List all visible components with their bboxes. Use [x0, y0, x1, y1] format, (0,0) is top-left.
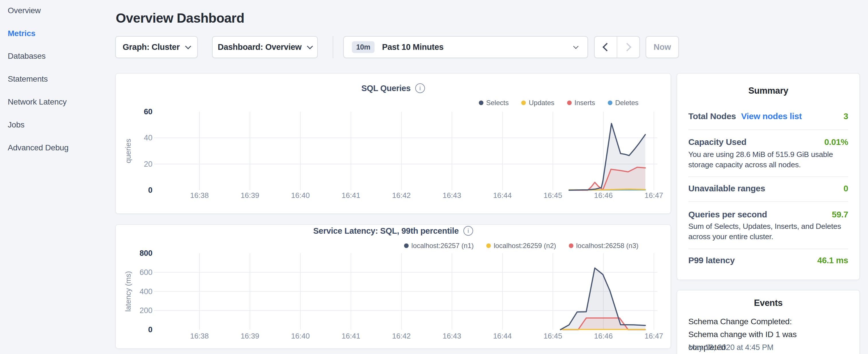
sidebar-item-advanced-debug[interactable]: Advanced Debug [8, 141, 68, 154]
svg-text:16:45: 16:45 [544, 332, 562, 340]
svg-text:40: 40 [144, 133, 152, 142]
sql-queries-panel: SQL Queries i SelectsUpdatesInsertsDelet… [115, 73, 671, 214]
events-title: Events [677, 298, 859, 308]
sidebar-item-network-latency[interactable]: Network Latency [8, 96, 67, 108]
svg-text:0: 0 [148, 186, 152, 194]
qps-value: 59.7 [832, 210, 848, 219]
chevron-down-icon [573, 43, 578, 49]
svg-text:16:38: 16:38 [190, 191, 209, 200]
time-range-dropdown[interactable]: 10m Past 10 Minutes [343, 36, 588, 58]
time-range-label: Past 10 Minutes [382, 42, 443, 52]
svg-text:16:47: 16:47 [645, 191, 663, 200]
svg-text:16:46: 16:46 [594, 332, 613, 340]
sidebar-item-overview[interactable]: Overview [8, 4, 41, 17]
capacity-used-value: 0.01% [824, 137, 848, 147]
graph-scope-dropdown[interactable]: Graph: Cluster [115, 36, 198, 58]
summary-row-unavailable-ranges: Unavailable ranges 0 [688, 184, 848, 193]
divider [688, 201, 848, 202]
svg-text:16:41: 16:41 [342, 332, 360, 340]
svg-text:latency (ms): latency (ms) [124, 271, 132, 312]
svg-text:queries: queries [124, 139, 132, 163]
summary-row-qps: Queries per second 59.7 [688, 210, 848, 219]
svg-text:400: 400 [140, 287, 152, 296]
chevron-down-icon [307, 43, 313, 49]
graph-scope-label: Graph: Cluster [123, 42, 180, 52]
divider [688, 129, 848, 130]
dashboard-dropdown[interactable]: Dashboard: Overview [212, 36, 318, 58]
p99-latency-value: 46.1 ms [817, 255, 848, 265]
divider [688, 249, 848, 249]
svg-text:16:43: 16:43 [442, 191, 461, 200]
svg-text:16:41: 16:41 [342, 191, 360, 200]
summary-panel: Summary Total Nodes View nodes list 3 Ca… [677, 73, 860, 280]
page-title: Overview Dashboard [116, 10, 244, 26]
summary-row-capacity: Capacity Used 0.01% [688, 137, 848, 147]
svg-text:16:40: 16:40 [291, 332, 310, 340]
time-step-buttons [594, 36, 640, 58]
divider [688, 176, 848, 177]
svg-text:16:44: 16:44 [493, 191, 512, 200]
unavailable-ranges-label: Unavailable ranges [688, 184, 765, 193]
capacity-used-desc: You are using 28.6 MiB of 515.9 GiB usab… [688, 149, 848, 170]
now-button[interactable]: Now [646, 36, 679, 58]
sidebar-item-statements[interactable]: Statements [8, 73, 48, 85]
sql-queries-chart[interactable]: 16:3816:3916:4016:4116:4216:4316:4416:45… [116, 74, 672, 215]
svg-text:16:43: 16:43 [442, 332, 461, 340]
view-nodes-list-link[interactable]: View nodes list [741, 111, 802, 121]
svg-text:0: 0 [148, 325, 152, 334]
time-step-forward-button[interactable] [617, 37, 639, 58]
dashboard-label: Dashboard: Overview [218, 42, 302, 52]
summary-title: Summary [677, 86, 859, 96]
sidebar-item-databases[interactable]: Databases [8, 50, 45, 62]
service-latency-panel: Service Latency: SQL, 99th percentile i … [115, 224, 671, 349]
events-panel: Events Schema Change Completed: Schema c… [677, 290, 860, 354]
sidebar-item-metrics[interactable]: Metrics [8, 27, 35, 40]
chevron-down-icon [185, 43, 191, 49]
service-latency-chart[interactable]: 16:3816:3916:4016:4116:4216:4316:4416:45… [116, 225, 672, 349]
now-button-label: Now [654, 42, 671, 52]
chevron-left-icon [602, 43, 611, 52]
p99-latency-label: P99 latency [688, 255, 735, 265]
svg-text:16:38: 16:38 [190, 332, 209, 340]
total-nodes-value: 3 [844, 111, 848, 121]
svg-text:16:46: 16:46 [594, 191, 613, 200]
svg-text:16:45: 16:45 [544, 191, 562, 200]
overview-dashboard-page: { "sidebar": { "items": [ {"label": "Ove… [0, 0, 868, 354]
qps-desc: Sum of Selects, Updates, Inserts, and De… [688, 221, 848, 242]
time-step-back-button[interactable] [595, 37, 617, 58]
svg-text:60: 60 [144, 107, 152, 116]
capacity-used-label: Capacity Used [688, 137, 746, 147]
svg-text:16:39: 16:39 [241, 191, 259, 200]
svg-text:16:44: 16:44 [493, 332, 512, 340]
unavailable-ranges-value: 0 [844, 184, 848, 193]
summary-row-total-nodes: Total Nodes View nodes list 3 [688, 111, 848, 121]
svg-text:16:42: 16:42 [392, 191, 411, 200]
chevron-right-icon [623, 43, 631, 52]
event-timestamp: May 13, 2020 at 4:45 PM [688, 343, 773, 352]
qps-label: Queries per second [688, 210, 767, 219]
svg-text:16:42: 16:42 [392, 332, 411, 340]
svg-text:600: 600 [140, 268, 152, 277]
time-range-badge: 10m [352, 41, 375, 53]
total-nodes-label: Total Nodes [688, 111, 736, 121]
svg-text:16:40: 16:40 [291, 191, 310, 200]
svg-text:16:47: 16:47 [645, 332, 663, 340]
controls-divider [333, 36, 333, 58]
summary-row-p99: P99 latency 46.1 ms [688, 255, 848, 265]
svg-text:20: 20 [144, 160, 152, 168]
svg-text:200: 200 [140, 306, 152, 315]
svg-text:800: 800 [140, 249, 152, 257]
svg-text:16:39: 16:39 [241, 332, 259, 340]
sidebar: Overview Metrics Databases Statements Ne… [0, 0, 115, 354]
sidebar-item-jobs[interactable]: Jobs [8, 119, 24, 131]
